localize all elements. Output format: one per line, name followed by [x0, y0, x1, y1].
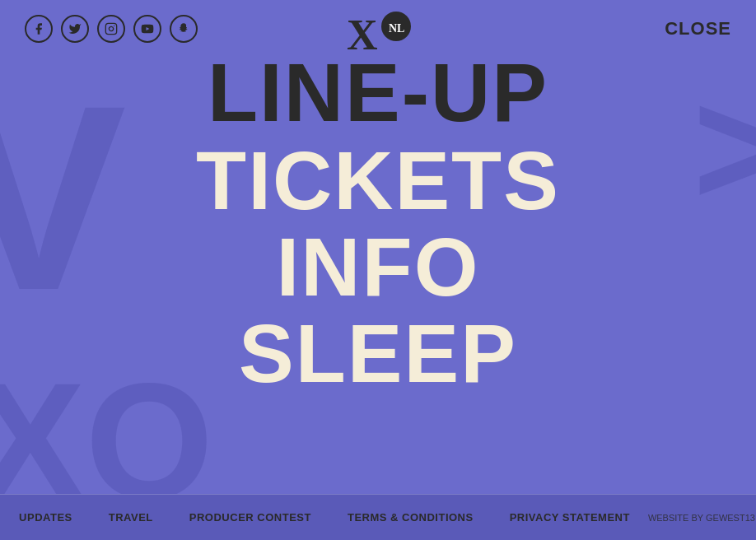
instagram-icon[interactable] [97, 15, 125, 43]
footer-travel[interactable]: TRAVEL [91, 511, 171, 524]
twitter-icon[interactable] [61, 15, 89, 43]
footer-updates[interactable]: UPDATES [1, 511, 91, 524]
footer-privacy[interactable]: PRIVACY STATEMENT [492, 511, 648, 524]
close-button[interactable]: CLOSE [665, 18, 731, 40]
lineup-title[interactable]: LINE-UP [208, 51, 548, 133]
svg-rect-0 [105, 23, 116, 34]
footer: UPDATES TRAVEL PRODUCER CONTEST TERMS & … [0, 494, 756, 540]
snapchat-icon[interactable] [170, 15, 198, 43]
youtube-icon[interactable] [133, 15, 161, 43]
sleep-link[interactable]: SLEEP [239, 310, 517, 397]
info-link[interactable]: INFO [277, 224, 480, 310]
svg-text:NL: NL [389, 22, 404, 35]
tickets-link[interactable]: TICKETS [196, 137, 560, 224]
footer-terms[interactable]: TERMS & CONDITIONS [329, 511, 492, 524]
footer-producer-contest[interactable]: PRODUCER CONTEST [171, 511, 329, 524]
main-container: V > XO X [0, 0, 756, 540]
facebook-icon[interactable] [25, 15, 53, 43]
footer-credit: WEBSITE BY GEWEST13 [648, 513, 755, 523]
nav-content: LINE-UP TICKETS INFO SLEEP [0, 43, 756, 494]
header: X NL CLOSE [0, 0, 756, 43]
social-icons [25, 15, 198, 43]
